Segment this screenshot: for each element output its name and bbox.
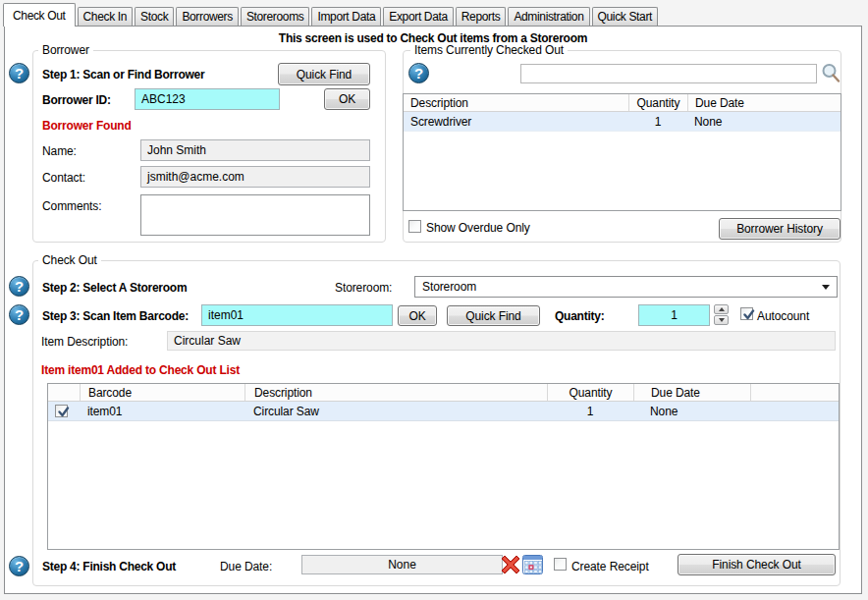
- step3-label: Step 3: Scan Item Barcode:: [42, 309, 189, 323]
- item-barcode-input[interactable]: [201, 304, 393, 326]
- borrower-id-input[interactable]: [135, 88, 280, 110]
- contact-value: jsmith@acme.com: [147, 170, 244, 184]
- barcode-ok-button[interactable]: OK: [398, 305, 437, 326]
- step1-label: Step 1: Scan or Find Borrower: [42, 68, 204, 82]
- item-desc-value: Circular Saw: [174, 334, 241, 348]
- check-out-group-title: Check Out: [38, 253, 101, 268]
- item-desc-label: Item Description:: [41, 335, 128, 349]
- item-added-message: Item item01 Added to Check Out List: [41, 363, 240, 377]
- items-table-header: Description Quantity Due Date: [404, 94, 841, 112]
- items-search-input[interactable]: [520, 64, 817, 83]
- help-items-icon[interactable]: ?: [408, 63, 429, 83]
- storeroom-label: Storeroom:: [335, 281, 392, 295]
- tab-import-data[interactable]: Import Data: [311, 7, 381, 26]
- items-cell-quantity: 1: [628, 112, 687, 131]
- name-label: Name:: [42, 144, 77, 158]
- checkout-col-quantity[interactable]: Quantity: [547, 384, 633, 401]
- help-step3-icon[interactable]: ?: [9, 304, 29, 325]
- checkout-cell-filler: [750, 402, 839, 420]
- calendar-icon[interactable]: [522, 555, 543, 574]
- checkout-col-filler: [750, 384, 839, 401]
- checkout-screen: { "tabs": { "items": [ { "label": "Check…: [0, 0, 868, 600]
- tab-storerooms[interactable]: Storerooms: [241, 7, 310, 26]
- checkout-col-barcode[interactable]: Barcode: [80, 384, 244, 401]
- autocount-label: Autocount: [757, 309, 809, 323]
- contact-label: Contact:: [42, 171, 85, 185]
- checkout-cell-select[interactable]: [48, 402, 80, 420]
- borrower-history-button[interactable]: Borrower History: [719, 218, 841, 240]
- tab-check-out[interactable]: Check Out: [3, 3, 76, 27]
- quantity-input[interactable]: [638, 304, 710, 326]
- due-date-label: Due Date:: [220, 560, 272, 573]
- checkout-col-select: [48, 384, 80, 401]
- help-glyph: ?: [15, 278, 24, 295]
- tab-reports[interactable]: Reports: [456, 7, 507, 26]
- check-icon: [56, 405, 72, 420]
- step2-label: Step 2: Select A Storeroom: [42, 281, 187, 295]
- borrower-id-label: Borrower ID:: [42, 93, 111, 107]
- search-icon[interactable]: [820, 62, 842, 84]
- items-col-description[interactable]: Description: [404, 94, 628, 111]
- item-desc-field: Circular Saw: [167, 331, 836, 351]
- items-cell-due-date: None: [687, 112, 841, 131]
- borrower-ok-button[interactable]: OK: [324, 88, 370, 110]
- step4-label: Step 4: Finish Check Out: [42, 560, 176, 573]
- checkout-cell-description: Circular Saw: [244, 402, 547, 420]
- items-table: Description Quantity Due Date Screwdrive…: [403, 93, 841, 211]
- checkout-col-due-date[interactable]: Due Date: [633, 384, 750, 401]
- quantity-label: Quantity:: [555, 309, 604, 323]
- help-step1-icon[interactable]: ?: [9, 63, 29, 83]
- finish-check-out-button[interactable]: Finish Check Out: [678, 554, 836, 575]
- borrower-group-title: Borrower: [38, 43, 93, 58]
- tab-check-in[interactable]: Check In: [78, 7, 134, 26]
- row-select-checkbox[interactable]: [55, 405, 68, 417]
- checkout-cell-quantity: 1: [547, 402, 633, 420]
- checkout-table-row[interactable]: item01 Circular Saw 1 None: [48, 402, 839, 421]
- quantity-down-button[interactable]: [714, 315, 729, 325]
- tab-export-data[interactable]: Export Data: [383, 7, 454, 26]
- checkout-cell-barcode: item01: [80, 402, 244, 420]
- borrower-found-message: Borrower Found: [42, 119, 132, 133]
- show-overdue-label: Show Overdue Only: [426, 221, 530, 235]
- help-step2-icon[interactable]: ?: [9, 276, 29, 297]
- due-date-value: None: [388, 558, 416, 572]
- items-col-due-date[interactable]: Due Date: [687, 94, 841, 111]
- down-arrow-icon: [719, 318, 725, 322]
- show-overdue-checkbox[interactable]: [408, 220, 421, 233]
- items-group-title: Items Currently Checked Out: [410, 43, 568, 58]
- help-glyph: ?: [414, 65, 423, 82]
- due-date-field: None: [301, 555, 503, 574]
- autocount-checkbox[interactable]: [740, 307, 753, 320]
- combo-arrow-icon: [822, 285, 830, 290]
- name-value: John Smith: [147, 143, 206, 157]
- checkout-cell-due-date: None: [633, 402, 750, 420]
- help-glyph: ?: [15, 558, 24, 574]
- tab-stock[interactable]: Stock: [135, 7, 174, 26]
- help-glyph: ?: [15, 65, 24, 82]
- help-glyph: ?: [15, 306, 24, 323]
- quick-find-item-button[interactable]: Quick Find: [447, 305, 540, 326]
- quantity-up-button[interactable]: [714, 304, 729, 314]
- items-col-quantity[interactable]: Quantity: [628, 94, 687, 111]
- tab-bar: Check Out Check In Stock Borrowers Store…: [3, 3, 660, 26]
- comments-input[interactable]: [140, 194, 370, 236]
- help-step4-icon[interactable]: ?: [9, 556, 29, 576]
- checkout-col-description[interactable]: Description: [244, 384, 547, 401]
- create-receipt-checkbox[interactable]: [554, 558, 567, 571]
- tab-borrowers[interactable]: Borrowers: [176, 7, 239, 26]
- check-icon: [741, 307, 757, 323]
- tab-quick-start[interactable]: Quick Start: [592, 7, 659, 26]
- comments-label: Comments:: [42, 199, 101, 213]
- create-receipt-label: Create Receipt: [571, 560, 649, 573]
- quick-find-borrower-button[interactable]: Quick Find: [278, 63, 370, 85]
- storeroom-select[interactable]: Storeroom: [414, 276, 838, 298]
- checkout-table: Barcode Description Quantity Due Date it…: [47, 383, 840, 550]
- name-field: John Smith: [140, 139, 370, 161]
- clear-due-date-icon[interactable]: [498, 552, 523, 577]
- items-cell-description: Screwdriver: [404, 112, 628, 131]
- checkout-table-header: Barcode Description Quantity Due Date: [48, 384, 839, 402]
- items-table-row[interactable]: Screwdriver 1 None: [404, 112, 841, 132]
- up-arrow-icon: [719, 307, 725, 311]
- storeroom-selected-value: Storeroom: [422, 280, 476, 294]
- tab-administration[interactable]: Administration: [508, 7, 589, 26]
